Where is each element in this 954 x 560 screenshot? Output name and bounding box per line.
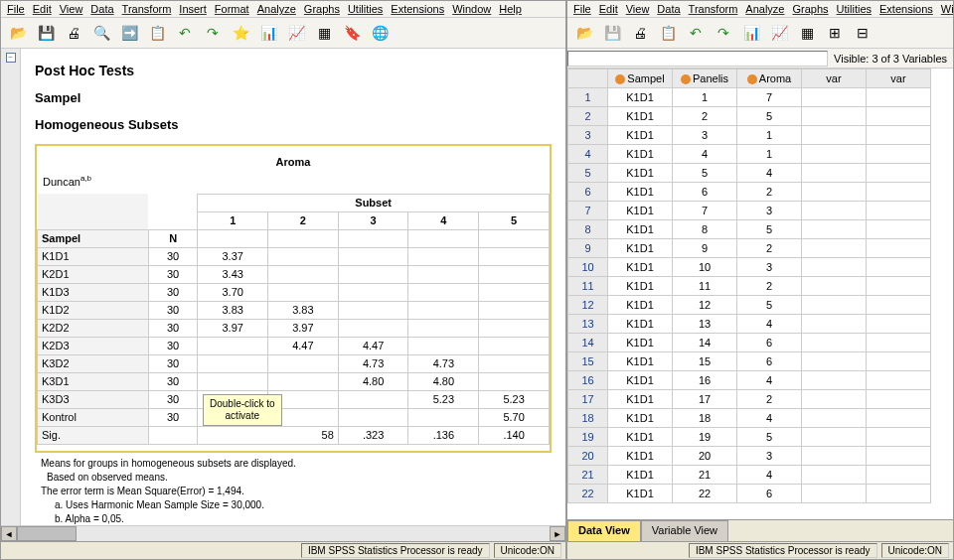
table-row[interactable]: 5K1D154 [568,164,931,183]
status-unicode: Unicode:ON [881,543,949,558]
view-tabs: Data View Variable View [567,519,953,541]
menu-transform[interactable]: Transform [689,3,738,15]
open-icon[interactable]: 📂 [5,20,31,46]
menu-extensions[interactable]: Extensions [879,3,933,15]
redo-icon[interactable]: ↷ [711,20,736,46]
info-row: Visible: 3 of 3 Variables [567,49,953,69]
split-icon[interactable]: ⊞ [822,20,848,46]
menubar-left[interactable]: FileEditViewDataTransformInsertFormatAna… [1,1,565,18]
menu-edit[interactable]: Edit [33,3,52,15]
status-processor: IBM SPSS Statistics Processor is ready [301,543,490,558]
table-row[interactable]: 14K1D1146 [568,334,931,352]
undo-icon[interactable]: ↶ [172,20,198,46]
table-title: Aroma [37,156,550,168]
table-row[interactable]: 17K1D1172 [568,390,931,409]
table-row[interactable]: 9K1D192 [568,239,931,258]
menu-extensions[interactable]: Extensions [391,3,444,15]
data-grid[interactable]: SampelPanelisAromavarvar1K1D1172K1D1253K… [567,69,931,503]
menu-utilities[interactable]: Utilities [348,3,383,15]
pivot-table-aroma[interactable]: Aroma Duncana,b Subset12345SampelNK1D130… [35,144,552,453]
find-icon[interactable]: ▦ [794,20,820,46]
statusbar-left: IBM SPSS Statistics Processor is ready U… [1,541,565,559]
goto-icon[interactable]: 📈 [766,20,792,46]
select-icon[interactable]: 🔖 [339,20,365,46]
menu-transform[interactable]: Transform [122,3,172,15]
table-row[interactable]: 7K1D173 [568,202,931,220]
table-row[interactable]: 11K1D1112 [568,277,931,296]
outline-collapse-icon[interactable]: − [6,53,16,63]
menu-graphs[interactable]: Graphs [304,3,340,15]
designate-icon[interactable]: 🌐 [367,20,393,46]
table-row[interactable]: 8K1D185 [568,220,931,239]
table-row[interactable]: 13K1D1134 [568,315,931,334]
menu-file[interactable]: File [7,3,25,15]
menu-window[interactable]: Window [941,3,953,15]
open-icon[interactable]: 📂 [571,20,597,46]
menu-file[interactable]: File [573,3,591,15]
table-row[interactable]: 1K1D117 [568,88,931,107]
goto-icon[interactable]: ⭐ [228,20,253,46]
duncan-label: Duncana,b [37,174,550,188]
menu-utilities[interactable]: Utilities [837,3,872,15]
menu-edit[interactable]: Edit [599,3,618,15]
table-row[interactable]: 16K1D1164 [568,371,931,390]
save-icon[interactable]: 💾 [33,20,59,46]
recall-icon[interactable]: 📋 [655,20,681,46]
menu-analyze[interactable]: Analyze [257,3,296,15]
menu-graphs[interactable]: Graphs [792,3,828,15]
activate-tooltip: Double-click toactivate [203,394,282,426]
col-Panelis[interactable]: Panelis [673,70,737,88]
heading-subsets: Homogeneous Subsets [35,117,552,132]
output-content[interactable]: Post Hoc Tests Sampel Homogeneous Subset… [21,49,565,525]
recall-icon[interactable]: 📋 [144,20,170,46]
statusbar-right: IBM SPSS Statistics Processor is ready U… [567,541,953,559]
table-row[interactable]: 3K1D131 [568,126,931,145]
table-row[interactable]: 6K1D162 [568,183,931,202]
hscroll-left[interactable]: ◄► [1,525,565,541]
menu-data[interactable]: Data [90,3,113,15]
print-icon[interactable]: 🖨 [627,20,653,46]
menu-format[interactable]: Format [215,3,249,15]
toolbar-left: 📂 💾 🖨 🔍 ➡️ 📋 ↶ ↷ ⭐ 📊 📈 ▦ 🔖 🌐 [1,18,565,49]
tab-data-view[interactable]: Data View [567,520,641,541]
variable-icon[interactable]: 📈 [283,20,309,46]
table-row[interactable]: 22K1D1226 [568,485,931,503]
menu-data[interactable]: Data [657,3,680,15]
redo-icon[interactable]: ↷ [200,20,226,46]
outline-pane[interactable]: − [1,49,21,525]
menu-insert[interactable]: Insert [179,3,207,15]
dialog-icon[interactable]: ▦ [311,20,337,46]
cell-editor-input[interactable] [567,51,828,67]
table-row[interactable]: 18K1D1184 [568,409,931,428]
menu-analyze[interactable]: Analyze [745,3,784,15]
preview-icon[interactable]: 🔍 [88,20,114,46]
table-row[interactable]: 21K1D1214 [568,466,931,485]
table-row[interactable]: 2K1D125 [568,107,931,126]
table-row[interactable]: 12K1D1125 [568,296,931,315]
col-Aroma[interactable]: Aroma [737,70,802,88]
tab-variable-view[interactable]: Variable View [641,520,728,541]
table-row[interactable]: 19K1D1195 [568,428,931,447]
gotocase-icon[interactable]: 📊 [255,20,281,46]
save-icon[interactable]: 💾 [599,20,625,46]
table-row[interactable]: 20K1D1203 [568,447,931,466]
col-Sampel[interactable]: Sampel [608,70,673,88]
export-icon[interactable]: ➡️ [116,20,142,46]
table-row[interactable]: 4K1D141 [568,145,931,164]
menubar-right[interactable]: FileEditViewDataTransformAnalyzeGraphsUt… [567,1,953,18]
col-var[interactable]: var [867,70,931,88]
menu-view[interactable]: View [626,3,650,15]
undo-icon[interactable]: ↶ [683,20,709,46]
col-var[interactable]: var [802,70,867,88]
menu-help[interactable]: Help [499,3,522,15]
visible-vars-label: Visible: 3 of 3 Variables [834,53,947,65]
data-grid-wrap[interactable]: SampelPanelisAromavarvar1K1D1172K1D1253K… [567,69,953,519]
print-icon[interactable]: 🖨 [61,20,86,46]
chart-icon[interactable]: 📊 [738,20,764,46]
table-row[interactable]: 10K1D1103 [568,258,931,277]
menu-window[interactable]: Window [452,3,491,15]
weight-icon[interactable]: ⊟ [850,20,875,46]
menu-view[interactable]: View [60,3,83,15]
table-row[interactable]: 15K1D1156 [568,352,931,371]
output-viewer-window: FileEditViewDataTransformInsertFormatAna… [0,0,566,560]
